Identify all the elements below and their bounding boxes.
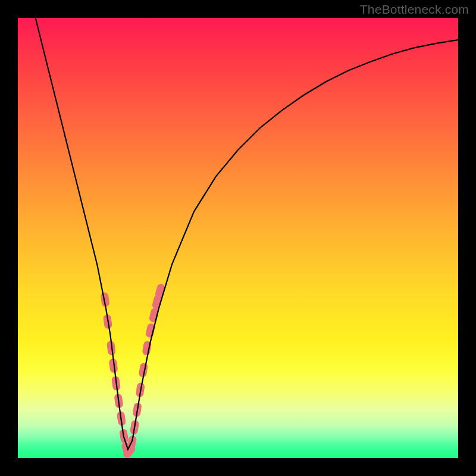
bottleneck-curve — [36, 18, 458, 449]
chart-svg — [18, 18, 458, 458]
chart-frame: TheBottleneck.com — [0, 0, 476, 476]
marker-group — [101, 283, 166, 458]
watermark-text: TheBottleneck.com — [360, 2, 469, 17]
plot-area — [18, 18, 458, 458]
